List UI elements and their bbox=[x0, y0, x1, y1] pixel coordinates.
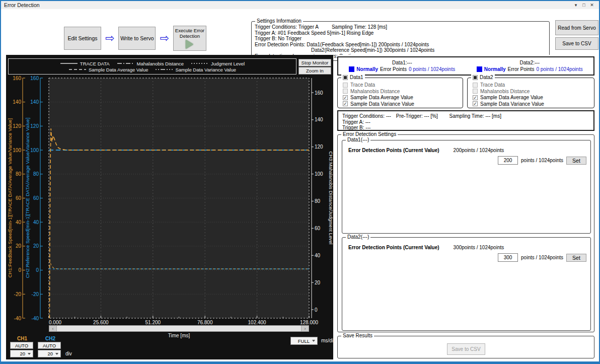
checkbox bbox=[473, 83, 478, 88]
svg-text:102.400: 102.400 bbox=[248, 320, 267, 324]
top-toolbar: Edit Settings ⇨ Write to Servo ⇨ Execute… bbox=[1, 9, 599, 54]
window-title: Error Detection bbox=[4, 2, 40, 8]
data1-set-button[interactable]: Set bbox=[566, 157, 586, 165]
read-from-servo-button[interactable]: Read from Servo bbox=[555, 20, 598, 35]
svg-text:0.000: 0.000 bbox=[49, 320, 61, 324]
chart-h-scrollbar[interactable]: ‹ › bbox=[49, 325, 309, 332]
checkbox[interactable]: ✓ bbox=[343, 101, 348, 106]
edit-settings-button[interactable]: Edit Settings bbox=[64, 27, 101, 50]
pre-trigger: Pre-Trigger: --- [%] bbox=[396, 113, 448, 119]
save-to-csv-button-top[interactable]: Save to CSV bbox=[555, 37, 598, 50]
workflow-buttons: Edit Settings ⇨ Write to Servo ⇨ Execute… bbox=[64, 26, 206, 51]
ch1-label: CH1 bbox=[17, 336, 27, 341]
data2-error-points-value: 0 points / 1024points bbox=[536, 66, 582, 72]
svg-text:51.200: 51.200 bbox=[145, 320, 161, 324]
scroll-right-icon[interactable]: › bbox=[302, 326, 309, 331]
svg-text:80: 80 bbox=[16, 171, 22, 177]
checkbox-label: Sample Data Variance Value bbox=[350, 101, 414, 107]
data2-group-checkbox[interactable] bbox=[473, 75, 478, 80]
chevron-down-icon bbox=[55, 353, 58, 355]
save-results-group: Save Results Save to CSV bbox=[337, 336, 594, 358]
write-to-servo-button[interactable]: Write to Servo bbox=[118, 27, 156, 50]
data1-settings-title: Data1(---) bbox=[346, 137, 370, 142]
checkbox bbox=[343, 89, 348, 94]
sampling-time: Sampling Time: --- [ms] bbox=[449, 113, 501, 119]
time-range-select[interactable]: FULL bbox=[290, 337, 318, 345]
svg-text:100: 100 bbox=[315, 171, 323, 177]
svg-text:-20: -20 bbox=[14, 292, 22, 297]
checkbox[interactable]: ✓ bbox=[473, 95, 478, 100]
error-detection-settings-group: Error Detection Settings Data1(---) Erro… bbox=[337, 134, 594, 332]
settings-information-title: Settings Information bbox=[255, 18, 303, 24]
flow-arrow-icon: ⇨ bbox=[160, 33, 169, 43]
svg-text:160: 160 bbox=[30, 76, 39, 81]
svg-text:60: 60 bbox=[33, 195, 39, 201]
ch2-div-select[interactable]: 20 bbox=[38, 350, 61, 357]
svg-text:160: 160 bbox=[13, 76, 21, 81]
data1-points-label: Error Detection Points (Current Value) bbox=[348, 148, 439, 153]
data2-points-input[interactable] bbox=[498, 253, 518, 262]
data2-settings-group: Data2(---) Error Detection Points (Curre… bbox=[342, 237, 591, 331]
checkbox-label: Sample Data Average Value bbox=[350, 95, 413, 100]
svg-text:160: 160 bbox=[315, 90, 323, 96]
checkbox-label: Mahalanobis Distance bbox=[350, 89, 400, 94]
svg-text:-40: -40 bbox=[14, 316, 22, 321]
data2-status-title: Data2:--- bbox=[520, 60, 540, 65]
checkbox bbox=[473, 89, 478, 94]
svg-text:140: 140 bbox=[13, 99, 21, 105]
data2-error-points-label: Error Points bbox=[508, 66, 535, 72]
trigger-info-box: Trigger Conditions: --- Pre-Trigger: ---… bbox=[337, 110, 594, 131]
svg-text:40: 40 bbox=[33, 220, 39, 225]
checkbox-row: ✓Sample Data Average Value bbox=[343, 95, 463, 100]
play-icon bbox=[186, 40, 193, 49]
settings-line: Error Detection Points: Data1(Feedback S… bbox=[255, 42, 549, 48]
flow-arrow-icon: ⇨ bbox=[105, 33, 114, 43]
svg-text:20: 20 bbox=[315, 280, 321, 285]
execute-button-label: Execute Error Detection bbox=[175, 28, 205, 39]
svg-text:140: 140 bbox=[30, 99, 39, 105]
save-to-csv-button-bottom[interactable]: Save to CSV bbox=[447, 343, 485, 355]
settings-line: Trigger Conditions: Trigger ASampling Ti… bbox=[255, 24, 549, 30]
data2-points-label: Error Detection Points (Current Value) bbox=[348, 245, 439, 250]
data2-set-button[interactable]: Set bbox=[566, 254, 586, 262]
checkbox[interactable]: ✓ bbox=[473, 101, 478, 106]
maximize-icon[interactable]: □ bbox=[580, 3, 588, 8]
checkbox-label: Mahalanobis Distance bbox=[480, 89, 530, 94]
close-icon[interactable]: ✕ bbox=[588, 3, 596, 8]
trace-monitor-panel: TRACE DATAMahalanobis DistanceJudgment L… bbox=[6, 55, 333, 359]
svg-text:120: 120 bbox=[30, 123, 39, 129]
checkbox-row: ✓Sample Data Average Value bbox=[473, 95, 594, 100]
ch2-auto-button[interactable]: AUTO bbox=[38, 342, 61, 349]
svg-text:60: 60 bbox=[315, 226, 321, 231]
error-detection-settings-title: Error Detection Settings bbox=[341, 131, 398, 137]
data2-status-state: Normally bbox=[484, 66, 506, 72]
ch1-auto-button[interactable]: AUTO bbox=[10, 342, 33, 349]
data2-status: Data2:--- Normally Error Points 0 points… bbox=[466, 57, 594, 75]
trigger-a: Trigger A: --- bbox=[342, 119, 593, 125]
div-unit-label: div bbox=[65, 351, 72, 356]
checkbox-label: Sample Data Variance Value bbox=[480, 101, 544, 107]
svg-text:20: 20 bbox=[16, 243, 22, 249]
data1-points-input[interactable] bbox=[498, 156, 518, 165]
checkbox-row: Trace Data bbox=[343, 82, 463, 88]
execute-error-detection-button[interactable]: Execute Error Detection bbox=[173, 26, 206, 51]
scroll-left-icon[interactable]: ‹ bbox=[49, 326, 56, 331]
svg-text:0: 0 bbox=[18, 267, 21, 273]
svg-text:0: 0 bbox=[36, 267, 39, 273]
checkbox[interactable]: ✓ bbox=[343, 95, 348, 100]
trigger-conditions: Trigger Conditions: --- bbox=[342, 113, 395, 119]
data1-group-checkbox[interactable] bbox=[343, 75, 348, 80]
app-window: Error Detection ▾ □ ✕ Edit Settings ⇨ Wr… bbox=[0, 0, 600, 364]
ch2-label: CH2 bbox=[45, 336, 55, 341]
checkbox-row: Mahalanobis Distance bbox=[343, 89, 463, 94]
checkbox-label: Sample Data Average Value bbox=[480, 95, 543, 100]
window-menu-icon[interactable]: ▾ bbox=[572, 3, 580, 8]
checkbox-label: Trace Data bbox=[480, 82, 505, 88]
save-results-title: Save Results bbox=[341, 333, 374, 338]
data1-display-group: Data1 Trace DataMahalanobis Distance✓Sam… bbox=[337, 78, 463, 108]
data2-group-label: Data2 bbox=[480, 75, 493, 80]
x-axis-title: Time [ms] bbox=[49, 333, 309, 338]
data1-error-points-label: Error Points bbox=[380, 66, 407, 72]
scrollbar-thumb[interactable] bbox=[56, 326, 302, 331]
ch1-div-select[interactable]: 20 bbox=[10, 350, 33, 357]
